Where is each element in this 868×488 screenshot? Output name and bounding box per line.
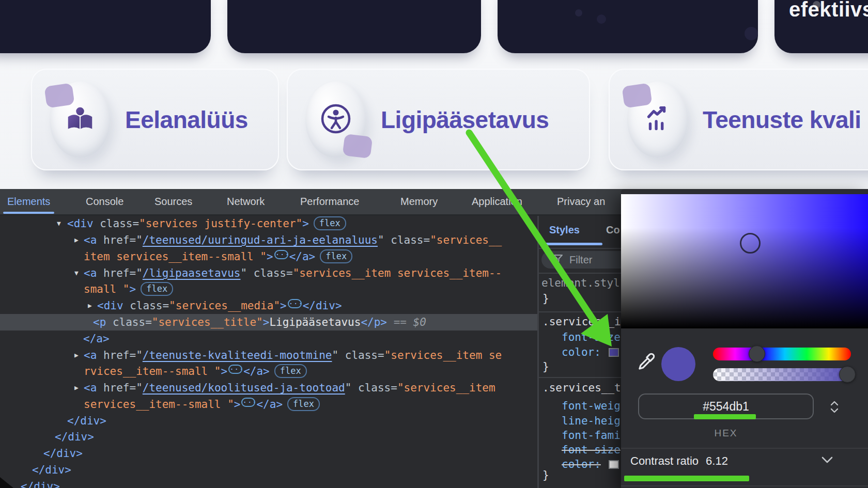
style-rule-row[interactable]: }: [542, 359, 549, 374]
chart-icon: [642, 103, 674, 137]
devtools-tab-elements[interactable]: Elements: [7, 189, 50, 214]
style-rule-row[interactable]: font-weig: [562, 399, 621, 413]
style-rule-row[interactable]: color:: [562, 345, 619, 359]
code-line[interactable]: <p class="services__title">Ligipääsetavu…: [0, 314, 537, 330]
code-line[interactable]: </div>: [0, 462, 537, 478]
devtools-tab-network[interactable]: Network: [227, 189, 265, 214]
expand-arrow-icon[interactable]: ▶: [74, 232, 79, 248]
flex-badge[interactable]: flex: [314, 216, 346, 230]
code-line[interactable]: ▼<a href="/ligipaasetavus" class="servic…: [0, 265, 537, 281]
code-line[interactable]: rvices__item--small ">···</a>flex: [0, 363, 537, 380]
hero-dark-card: [498, 0, 758, 53]
devtools-tab-privacy-an[interactable]: Privacy an: [557, 189, 605, 214]
chevron-down-icon[interactable]: [822, 456, 833, 466]
style-rule-row[interactable]: font-size: [562, 443, 621, 457]
styles-panel-tab-styles[interactable]: Styles: [549, 224, 580, 236]
style-rule-row[interactable]: color:: [562, 457, 619, 471]
filter-placeholder: Filter: [569, 254, 592, 266]
service-card-eelanaluus[interactable]: Eelanalüüs: [31, 69, 279, 170]
code-line[interactable]: ▶<a href="/teenused/uuringud-ari-ja-eela…: [0, 232, 537, 248]
code-line[interactable]: item services__item--small ">···</a>flex: [0, 248, 537, 265]
code-line[interactable]: </div>: [0, 413, 537, 429]
inline-expand-icon[interactable]: ···: [288, 299, 302, 308]
expand-arrow-icon[interactable]: ▶: [74, 380, 79, 396]
alpha-slider[interactable]: [713, 368, 851, 381]
picker-divider: [621, 485, 868, 486]
service-title: Ligipääsetavus: [381, 106, 549, 134]
saturation-gradient[interactable]: [621, 194, 868, 328]
hue-slider[interactable]: [713, 348, 851, 360]
hero-partial-text: efektiivs: [789, 0, 868, 21]
styles-filter-input[interactable]: Filter: [541, 251, 634, 269]
code-line[interactable]: </div>: [0, 429, 537, 445]
hex-format-label: HEX: [638, 428, 814, 439]
inline-expand-icon[interactable]: ···: [228, 365, 242, 374]
style-rule-row[interactable]: }: [542, 291, 549, 306]
devtools-tab-console[interactable]: Console: [86, 189, 123, 214]
hex-input[interactable]: #554db1: [638, 393, 814, 419]
devtools-tab-sources[interactable]: Sources: [154, 189, 192, 214]
hue-slider-knob[interactable]: [749, 345, 765, 362]
style-rule-row[interactable]: element.styl: [541, 276, 620, 290]
hero-dark-card: [227, 0, 481, 53]
flex-badge[interactable]: flex: [141, 282, 173, 296]
styles-panel-tab-co[interactable]: Co: [606, 224, 620, 236]
panel-divider[interactable]: [537, 216, 539, 488]
inline-expand-icon[interactable]: ···: [274, 250, 288, 259]
code-line[interactable]: ▼<div class="services justify-center">fl…: [0, 215, 537, 232]
expand-arrow-icon[interactable]: ▶: [74, 347, 79, 364]
style-rule-row[interactable]: font-fami: [562, 428, 621, 443]
code-line[interactable]: ▶<a href="/teenused/koolitused-ja-tootoa…: [0, 380, 537, 396]
service-icon-blob: [305, 82, 366, 158]
service-icon-blob: [50, 82, 111, 158]
code-line[interactable]: </div>: [0, 445, 537, 462]
code-line[interactable]: </div>: [0, 478, 537, 488]
decor-dot: [745, 27, 758, 40]
style-rule-row[interactable]: line-heig: [562, 414, 621, 428]
devtools-tab-application[interactable]: Application: [472, 189, 522, 214]
collapse-arrow-icon[interactable]: ▼: [74, 265, 79, 281]
hex-format-stepper[interactable]: [827, 395, 842, 419]
code-line[interactable]: services__item--small ">···</a>flex: [0, 396, 537, 413]
accessibility-icon: [319, 102, 352, 137]
color-picker-popup: #554db1 HEX Contrast ratio6.12: [621, 189, 868, 488]
accent-shape: [44, 83, 74, 108]
collapse-arrow-icon[interactable]: ▼: [57, 215, 61, 232]
devtools-tab-memory[interactable]: Memory: [400, 189, 438, 214]
styles-tab-underline: [541, 243, 602, 245]
contrast-ratio-label: Contrast ratio: [630, 454, 699, 467]
decor-dot: [597, 14, 606, 24]
flex-badge[interactable]: flex: [287, 397, 320, 411]
style-rule-row[interactable]: }: [542, 468, 549, 482]
inline-expand-icon[interactable]: ···: [241, 398, 255, 407]
picker-divider: [621, 448, 868, 449]
decor-dot: [575, 9, 582, 17]
book-reader-icon: [64, 103, 96, 137]
flex-badge[interactable]: flex: [274, 364, 307, 378]
code-line[interactable]: ▶<div class="services__media">···</div>: [0, 297, 537, 314]
color-selection-ring[interactable]: [740, 233, 761, 254]
code-line[interactable]: small ">flex: [0, 281, 537, 297]
eyedropper-icon[interactable]: [633, 350, 656, 377]
devtools-tab-performance[interactable]: Performance: [300, 189, 360, 214]
color-swatch[interactable]: [609, 348, 619, 357]
style-rule-row[interactable]: .services__i: [542, 314, 621, 329]
contrast-ratio-row[interactable]: Contrast ratio6.12: [630, 454, 728, 468]
service-title: Eelanalüüs: [125, 106, 248, 134]
color-swatch[interactable]: [609, 460, 619, 469]
filter-funnel-icon: [553, 254, 563, 266]
expand-arrow-icon[interactable]: ▶: [88, 297, 92, 314]
accent-shape: [622, 83, 652, 108]
style-rule-row[interactable]: .services__t: [542, 381, 621, 395]
service-card-ligipaasetavus[interactable]: Ligipääsetavus: [287, 69, 590, 170]
code-line[interactable]: ▶<a href="/teenuste-kvaliteedi-mootmine"…: [0, 347, 537, 364]
service-card-teenuste-kvaliteet[interactable]: Teenuste kvali: [609, 69, 868, 170]
screenshot-stage: efektiivs Eelanalüüs: [0, 0, 868, 488]
alpha-slider-knob[interactable]: [839, 366, 856, 383]
current-color-swatch[interactable]: [661, 347, 695, 381]
hero-dark-card: [0, 0, 211, 53]
style-rule-row[interactable]: font-size: [562, 330, 621, 344]
code-line[interactable]: </a>: [0, 330, 537, 347]
flex-badge[interactable]: flex: [320, 249, 352, 263]
accent-shape: [343, 133, 373, 158]
